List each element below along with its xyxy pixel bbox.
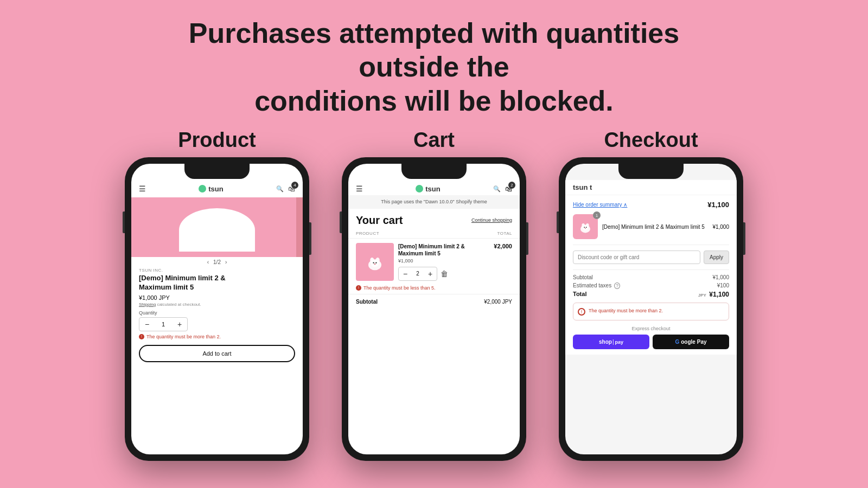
product-section: Product ☰ tsun 🔍 🛍 [125, 129, 309, 461]
shipping-link[interactable]: Shipping [139, 302, 156, 307]
shipping-suffix: calculated at checkout. [157, 302, 201, 307]
taxes-label: Estimated taxes ? [573, 282, 620, 288]
checkout-section: Checkout tsun t Hide order summary ∧ ¥1,… [559, 129, 743, 461]
cart-logo-dot [416, 185, 423, 192]
logo-dot [199, 185, 206, 192]
cart-item: [Demo] Minimum limit 2 & Maximum limit 5… [348, 239, 520, 285]
product-white-shape [179, 208, 255, 252]
product-quantity-error: ! The quantity must be more than 2. [139, 334, 295, 339]
cart-nav: ☰ tsun 🔍 🛍 2 [348, 182, 520, 195]
cart-qty-value: 2 [412, 271, 424, 277]
checkout-error-text: The quantity must be more than 2. [589, 307, 663, 314]
gpay-g: G [675, 339, 679, 345]
cart-qty-decrease[interactable]: − [399, 267, 412, 281]
subtotal-value: ¥1,000 [712, 274, 729, 280]
quantity-decrease-button[interactable]: − [139, 318, 155, 331]
product-section-label: Product [178, 129, 256, 152]
cart-item-total: ¥2,000 [494, 243, 512, 281]
apply-button[interactable]: Apply [704, 251, 729, 264]
checkout-product-badge: 1 [593, 211, 601, 219]
quantity-label: Quantity [139, 310, 295, 316]
checkout-product-name: [Demo] Minimum limit 2 & Maximum limit 5 [602, 223, 708, 230]
taxes-row: Estimated taxes ? ¥100 [573, 282, 729, 288]
order-summary-label[interactable]: Hide order summary ∧ [573, 202, 627, 208]
nav-icons: 🔍 🛍 4 [276, 185, 295, 193]
product-info: TSUN INC. [Demo] Minimum limit 2 &Maximu… [131, 267, 303, 341]
order-summary-toggle: Hide order summary ∧ ¥1,100 [573, 201, 729, 209]
cart-phone-inner: ☰ tsun 🔍 🛍 2 [348, 164, 520, 454]
checkout-dog-icon [577, 219, 593, 235]
col-product: PRODUCT [356, 231, 379, 236]
search-icon[interactable]: 🔍 [276, 185, 284, 192]
checkout-totals: Subtotal ¥1,000 Estimated taxes ? ¥100 [573, 269, 729, 298]
main-headline: Purchases attempted with quantities outs… [136, 16, 732, 118]
phones-row: Product ☰ tsun 🔍 🛍 [0, 129, 868, 461]
product-phone-inner: ☰ tsun 🔍 🛍 4 [131, 164, 303, 454]
checkout-product-row: 1 [D [573, 214, 729, 245]
cart-delete-icon[interactable]: 🗑 [441, 269, 448, 278]
svg-point-6 [374, 264, 375, 265]
shop-pay-text: shop [599, 339, 612, 345]
cart-nav-logo: tsun [416, 185, 440, 193]
cart-phone: ☰ tsun 🔍 🛍 2 [342, 157, 526, 461]
total-label: Total [573, 291, 586, 298]
cart-subtotal-value: ¥2,000 JPY [484, 299, 512, 305]
svg-point-5 [375, 262, 376, 263]
cart-menu-icon[interactable]: ☰ [356, 184, 363, 193]
cart-content: ☰ tsun 🔍 🛍 2 [348, 164, 520, 309]
order-summary-total: ¥1,100 [707, 201, 729, 209]
product-title: [Demo] Minimum limit 2 &Maximum limit 5 [139, 274, 295, 292]
shop-pay-button[interactable]: shop | pay [573, 335, 649, 349]
checkout-section-label: Checkout [604, 129, 698, 152]
cart-item-details: [Demo] Minimum limit 2 & Maximum limit 5… [398, 243, 489, 281]
checkout-product-image: 1 [573, 214, 598, 239]
continue-shopping-link[interactable]: Continue shopping [471, 217, 512, 223]
total-row: Total JPY ¥1,100 [573, 291, 729, 298]
shipping-note: Shipping calculated at checkout. [139, 302, 295, 307]
cart-item-price: ¥1,000 [398, 258, 489, 264]
add-to-cart-button[interactable]: Add to cart [139, 345, 295, 362]
theme-notice: This page uses the "Dawn 10.0.0" Shopify… [348, 195, 520, 209]
checkout-body: Hide order summary ∧ ¥1,100 1 [565, 195, 737, 355]
brand-name: TSUN INC. [139, 268, 295, 273]
cart-columns: PRODUCT TOTAL [348, 229, 520, 239]
quantity-increase-button[interactable]: + [172, 318, 187, 331]
cart-quantity-control: − 2 + [398, 267, 437, 281]
cart-qty-increase[interactable]: + [424, 267, 437, 281]
error-icon: ! [139, 334, 144, 339]
cart-error-icon: ! [356, 285, 361, 291]
product-pagination: ‹ 1/2 › [131, 259, 303, 265]
prev-arrow[interactable]: ‹ [207, 259, 209, 265]
quantity-value: 1 [155, 321, 172, 328]
next-arrow[interactable]: › [225, 259, 227, 265]
checkout-notch [618, 164, 684, 179]
cart-section: Cart ☰ tsun 🔍 🛍 [342, 129, 526, 461]
product-nav: ☰ tsun 🔍 🛍 4 [131, 182, 303, 195]
discount-input[interactable] [573, 251, 700, 264]
checkout-header: tsun t [565, 180, 737, 195]
cart-logo-text: tsun [425, 185, 440, 193]
product-notch [184, 164, 250, 179]
shop-pay-logo: pay [615, 339, 623, 345]
cart-search-icon[interactable]: 🔍 [493, 185, 501, 192]
cart-badge: 4 [291, 182, 298, 189]
svg-point-10 [583, 225, 589, 231]
subtotal-label: Subtotal [573, 274, 593, 280]
product-content: ☰ tsun 🔍 🛍 4 [131, 164, 303, 362]
cart-error-text: The quantity must be less than 5. [363, 285, 436, 291]
google-pay-button[interactable]: G oogle Pay [653, 335, 729, 349]
product-graphic [174, 203, 260, 252]
menu-icon[interactable]: ☰ [139, 184, 146, 193]
col-total: TOTAL [497, 231, 512, 236]
cart-icon[interactable]: 🛍 4 [288, 185, 295, 193]
cart-item-image [356, 243, 394, 281]
checkout-quantity-error: ! The quantity must be more than 2. [573, 303, 729, 320]
checkout-product-price: ¥1,000 [712, 224, 729, 230]
svg-point-3 [371, 259, 379, 267]
cart-cart-icon[interactable]: 🛍 2 [505, 185, 512, 193]
product-price: ¥1,000 JPY [139, 294, 295, 301]
cart-subtotal-label: Subtotal [356, 299, 378, 305]
checkout-content: tsun t Hide order summary ∧ ¥1,100 [565, 164, 737, 454]
cart-item-name: [Demo] Minimum limit 2 & Maximum limit 5 [398, 243, 489, 257]
svg-point-4 [373, 262, 374, 263]
